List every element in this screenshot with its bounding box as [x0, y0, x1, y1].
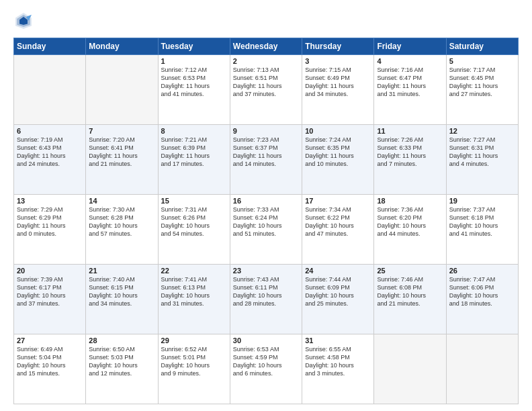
day-info: Sunrise: 7:34 AM Sunset: 6:22 PM Dayligh… [305, 205, 371, 238]
day-number: 1 [161, 57, 227, 65]
calendar-cell: 27Sunrise: 6:49 AM Sunset: 5:04 PM Dayli… [14, 334, 86, 404]
calendar-cell: 23Sunrise: 7:43 AM Sunset: 6:11 PM Dayli… [230, 265, 302, 334]
day-info: Sunrise: 7:21 AM Sunset: 6:39 PM Dayligh… [161, 136, 227, 169]
day-number: 25 [377, 267, 443, 275]
day-number: 7 [89, 127, 154, 135]
day-info: Sunrise: 7:16 AM Sunset: 6:47 PM Dayligh… [377, 66, 443, 99]
header [13, 11, 519, 31]
week-row-5: 27Sunrise: 6:49 AM Sunset: 5:04 PM Dayli… [14, 334, 519, 404]
day-info: Sunrise: 6:53 AM Sunset: 4:59 PM Dayligh… [233, 345, 299, 378]
day-number: 30 [233, 336, 299, 345]
day-number: 10 [305, 127, 371, 135]
day-number: 3 [305, 57, 371, 65]
day-number: 12 [449, 127, 515, 135]
day-number: 28 [89, 336, 154, 345]
day-number: 22 [161, 267, 227, 275]
day-number: 9 [233, 127, 299, 135]
day-info: Sunrise: 7:15 AM Sunset: 6:49 PM Dayligh… [305, 66, 371, 99]
day-info: Sunrise: 7:40 AM Sunset: 6:15 PM Dayligh… [89, 275, 154, 308]
day-info: Sunrise: 7:31 AM Sunset: 6:26 PM Dayligh… [161, 205, 227, 238]
day-number: 13 [17, 197, 83, 205]
calendar-cell: 7Sunrise: 7:20 AM Sunset: 6:41 PM Daylig… [86, 125, 158, 195]
day-number: 23 [233, 267, 299, 275]
calendar-cell: 17Sunrise: 7:34 AM Sunset: 6:22 PM Dayli… [302, 195, 374, 265]
day-number: 26 [449, 267, 515, 275]
calendar-cell: 15Sunrise: 7:31 AM Sunset: 6:26 PM Dayli… [158, 195, 230, 265]
calendar-cell: 1Sunrise: 7:12 AM Sunset: 6:53 PM Daylig… [158, 55, 230, 125]
day-number: 11 [377, 127, 443, 135]
day-info: Sunrise: 7:13 AM Sunset: 6:51 PM Dayligh… [233, 66, 299, 99]
calendar-cell: 6Sunrise: 7:19 AM Sunset: 6:43 PM Daylig… [14, 125, 86, 195]
day-info: Sunrise: 7:36 AM Sunset: 6:20 PM Dayligh… [377, 205, 443, 238]
day-info: Sunrise: 7:39 AM Sunset: 6:17 PM Dayligh… [17, 275, 83, 308]
day-number: 18 [377, 197, 443, 205]
week-row-1: 1Sunrise: 7:12 AM Sunset: 6:53 PM Daylig… [14, 55, 519, 125]
day-number: 15 [161, 197, 227, 205]
calendar-cell: 13Sunrise: 7:29 AM Sunset: 6:29 PM Dayli… [14, 195, 86, 265]
calendar-cell: 28Sunrise: 6:50 AM Sunset: 5:03 PM Dayli… [86, 334, 158, 404]
calendar-cell: 22Sunrise: 7:41 AM Sunset: 6:13 PM Dayli… [158, 265, 230, 334]
day-number: 6 [17, 127, 83, 135]
calendar-cell: 3Sunrise: 7:15 AM Sunset: 6:49 PM Daylig… [302, 55, 374, 125]
calendar-cell: 16Sunrise: 7:33 AM Sunset: 6:24 PM Dayli… [230, 195, 302, 265]
logo-icon [13, 11, 34, 31]
page: SundayMondayTuesdayWednesdayThursdayFrid… [0, 0, 532, 411]
day-info: Sunrise: 7:19 AM Sunset: 6:43 PM Dayligh… [17, 136, 83, 169]
calendar-cell: 5Sunrise: 7:17 AM Sunset: 6:45 PM Daylig… [446, 55, 518, 125]
day-info: Sunrise: 7:41 AM Sunset: 6:13 PM Dayligh… [161, 275, 227, 308]
calendar-cell: 25Sunrise: 7:46 AM Sunset: 6:08 PM Dayli… [374, 265, 446, 334]
day-number: 20 [17, 267, 83, 275]
day-number: 24 [305, 267, 371, 275]
day-info: Sunrise: 7:37 AM Sunset: 6:18 PM Dayligh… [449, 205, 515, 238]
weekday-header-thursday: Thursday [302, 38, 374, 55]
day-number: 19 [449, 197, 515, 205]
calendar-cell: 8Sunrise: 7:21 AM Sunset: 6:39 PM Daylig… [158, 125, 230, 195]
day-info: Sunrise: 7:29 AM Sunset: 6:29 PM Dayligh… [17, 205, 83, 238]
calendar-cell: 14Sunrise: 7:30 AM Sunset: 6:28 PM Dayli… [86, 195, 158, 265]
weekday-header-monday: Monday [86, 38, 158, 55]
day-info: Sunrise: 7:12 AM Sunset: 6:53 PM Dayligh… [161, 66, 227, 99]
day-info: Sunrise: 7:47 AM Sunset: 6:06 PM Dayligh… [449, 275, 515, 308]
week-row-4: 20Sunrise: 7:39 AM Sunset: 6:17 PM Dayli… [14, 265, 519, 334]
week-row-3: 13Sunrise: 7:29 AM Sunset: 6:29 PM Dayli… [14, 195, 519, 265]
calendar-cell: 21Sunrise: 7:40 AM Sunset: 6:15 PM Dayli… [86, 265, 158, 334]
day-info: Sunrise: 7:24 AM Sunset: 6:35 PM Dayligh… [305, 136, 371, 169]
day-number: 4 [377, 57, 443, 65]
weekday-header-sunday: Sunday [14, 38, 86, 55]
day-number: 21 [89, 267, 154, 275]
day-info: Sunrise: 7:30 AM Sunset: 6:28 PM Dayligh… [89, 205, 154, 238]
day-number: 27 [17, 336, 83, 345]
day-number: 16 [233, 197, 299, 205]
day-info: Sunrise: 7:23 AM Sunset: 6:37 PM Dayligh… [233, 136, 299, 169]
weekday-header-saturday: Saturday [446, 38, 518, 55]
calendar-cell: 19Sunrise: 7:37 AM Sunset: 6:18 PM Dayli… [446, 195, 518, 265]
day-info: Sunrise: 7:20 AM Sunset: 6:41 PM Dayligh… [89, 136, 154, 169]
calendar-cell: 24Sunrise: 7:44 AM Sunset: 6:09 PM Dayli… [302, 265, 374, 334]
weekday-header-friday: Friday [374, 38, 446, 55]
calendar-table: SundayMondayTuesdayWednesdayThursdayFrid… [13, 38, 519, 404]
calendar-cell: 12Sunrise: 7:27 AM Sunset: 6:31 PM Dayli… [446, 125, 518, 195]
day-number: 29 [161, 336, 227, 345]
calendar-cell: 2Sunrise: 7:13 AM Sunset: 6:51 PM Daylig… [230, 55, 302, 125]
calendar-cell: 29Sunrise: 6:52 AM Sunset: 5:01 PM Dayli… [158, 334, 230, 404]
calendar-cell: 18Sunrise: 7:36 AM Sunset: 6:20 PM Dayli… [374, 195, 446, 265]
calendar-cell [86, 55, 158, 125]
day-info: Sunrise: 7:43 AM Sunset: 6:11 PM Dayligh… [233, 275, 299, 308]
day-info: Sunrise: 6:55 AM Sunset: 4:58 PM Dayligh… [305, 345, 371, 378]
calendar-cell: 26Sunrise: 7:47 AM Sunset: 6:06 PM Dayli… [446, 265, 518, 334]
day-info: Sunrise: 6:49 AM Sunset: 5:04 PM Dayligh… [17, 345, 83, 378]
day-info: Sunrise: 7:17 AM Sunset: 6:45 PM Dayligh… [449, 66, 515, 99]
day-info: Sunrise: 6:50 AM Sunset: 5:03 PM Dayligh… [89, 345, 154, 378]
day-info: Sunrise: 6:52 AM Sunset: 5:01 PM Dayligh… [161, 345, 227, 378]
day-info: Sunrise: 7:26 AM Sunset: 6:33 PM Dayligh… [377, 136, 443, 169]
day-info: Sunrise: 7:46 AM Sunset: 6:08 PM Dayligh… [377, 275, 443, 308]
day-number: 17 [305, 197, 371, 205]
day-number: 8 [161, 127, 227, 135]
calendar-cell [14, 55, 86, 125]
week-row-2: 6Sunrise: 7:19 AM Sunset: 6:43 PM Daylig… [14, 125, 519, 195]
day-number: 14 [89, 197, 154, 205]
weekday-header-wednesday: Wednesday [230, 38, 302, 55]
calendar-cell: 10Sunrise: 7:24 AM Sunset: 6:35 PM Dayli… [302, 125, 374, 195]
day-info: Sunrise: 7:44 AM Sunset: 6:09 PM Dayligh… [305, 275, 371, 308]
calendar-cell: 4Sunrise: 7:16 AM Sunset: 6:47 PM Daylig… [374, 55, 446, 125]
